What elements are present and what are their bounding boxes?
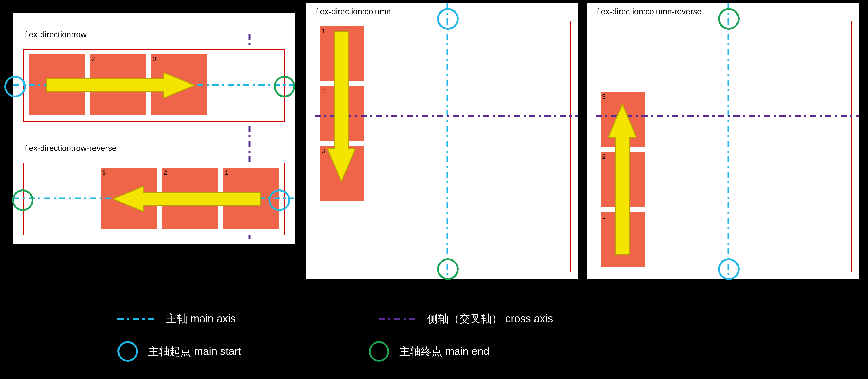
- legend-main-axis: 主轴 main axis: [118, 312, 236, 326]
- panel-column: flex-direction:column 1 2 3: [306, 3, 578, 279]
- item-label: 3: [153, 55, 156, 63]
- svg-marker-4: [113, 186, 261, 212]
- main-axis-column-reverse: [727, 3, 730, 279]
- title-column-reverse: flex-direction:column-reverse: [597, 7, 702, 17]
- legend: 主轴 main axis 侧轴（交叉轴） cross axis 主轴起点 mai…: [0, 312, 868, 361]
- title-row: flex-direction:row: [25, 30, 87, 39]
- legend-label: 主轴起点 main start: [148, 344, 241, 358]
- svg-marker-2: [46, 72, 194, 98]
- item-label: 1: [602, 213, 606, 221]
- item-label: 3: [102, 169, 106, 177]
- legend-label: 主轴终点 main end: [399, 344, 489, 358]
- main-direction-arrow: [608, 104, 637, 255]
- item-label: 1: [225, 169, 228, 177]
- legend-main-axis-icon: [118, 317, 156, 320]
- main-axis-column: [446, 3, 449, 279]
- main-end-marker: [274, 76, 295, 97]
- legend-cross-axis-icon: [379, 317, 417, 320]
- main-direction-arrow: [113, 186, 261, 212]
- main-end-marker: [437, 258, 459, 280]
- item-label: 2: [321, 87, 325, 95]
- item-label: 1: [321, 27, 325, 35]
- legend-main-start-icon: [118, 341, 138, 361]
- panel-row-pair: flex-direction:row 1 2 3 flex-direction:…: [13, 13, 295, 244]
- main-start-marker: [437, 8, 459, 30]
- legend-label: 侧轴（交叉轴） cross axis: [427, 312, 553, 326]
- legend-main-start: 主轴起点 main start: [118, 341, 241, 361]
- panel-column-reverse: flex-direction:column-reverse 1 2 3: [587, 3, 859, 279]
- item-label: 1: [30, 55, 34, 63]
- item-label: 2: [91, 55, 95, 63]
- main-start-marker: [4, 76, 26, 97]
- item-label: 3: [602, 93, 606, 101]
- item-label: 3: [321, 147, 325, 155]
- legend-label: 主轴 main axis: [166, 312, 236, 326]
- legend-main-end: 主轴终点 main end: [369, 341, 489, 361]
- main-end-marker: [12, 189, 33, 211]
- main-end-marker: [718, 8, 740, 30]
- item-label: 2: [602, 153, 606, 161]
- legend-cross-axis: 侧轴（交叉轴） cross axis: [379, 312, 553, 326]
- item-label: 2: [163, 169, 167, 177]
- title-row-reverse: flex-direction:row-reverse: [25, 144, 117, 153]
- main-start-marker: [269, 189, 290, 211]
- main-start-marker: [718, 258, 740, 280]
- title-column: flex-direction:column: [316, 7, 391, 17]
- legend-main-end-icon: [369, 341, 389, 361]
- main-direction-arrow: [328, 31, 355, 182]
- svg-marker-7: [328, 31, 355, 182]
- svg-marker-10: [608, 104, 637, 255]
- main-direction-arrow: [46, 72, 194, 98]
- diagram-page: flex-direction:row 1 2 3 flex-direction:…: [0, 0, 868, 379]
